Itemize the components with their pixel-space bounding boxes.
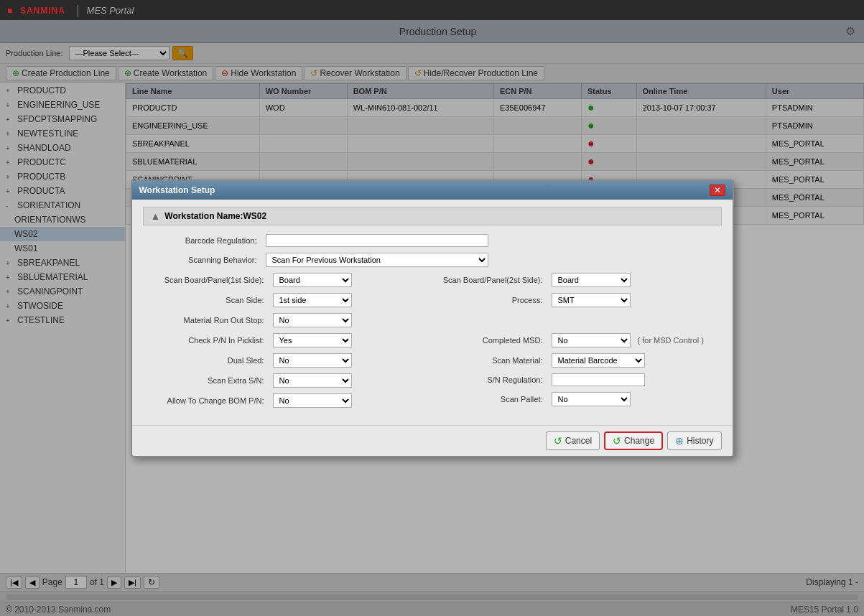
scan-pallet-row: Scan Pallet: No Yes [440,392,715,406]
sn-regulation-row: S/N Regulation: [440,373,715,386]
scan-side-select[interactable]: 1st side 2nd side [273,293,352,307]
scan-material-select[interactable]: Material Barcode Lot Number [552,353,645,368]
check-pn-select[interactable]: Yes No [273,333,352,347]
cancel-icon: ↺ [554,435,562,447]
cancel-button[interactable]: ↺ Cancel [546,431,600,450]
scan-extra-sn-row: Scan Extra S/N: No Yes [150,373,425,388]
check-pn-row: Check P/N In Picklist: Yes No [150,333,425,347]
modal-overlay: Workstation Setup ✕ ▲ Workstation Name:W… [0,20,864,616]
scan-extra-sn-label: Scan Extra S/N: [150,376,269,385]
form-grid: Scan Board/Panel(1st Side): Board Panel … [143,273,722,414]
msd-note: ( for MSD Control ) [638,336,704,345]
process-select[interactable]: SMT THT [552,293,631,307]
scan-board-2nd-label: Scan Board/Panel(2st Side): [440,276,547,284]
ws-icon: ▲ [151,210,161,222]
scan-board-1st-row: Scan Board/Panel(1st Side): Board Panel [150,273,425,287]
history-icon: ⊕ [675,435,684,447]
header: ■ SANMINA | MES Portal [0,0,864,20]
modal-footer: ↺ Cancel ↺ Change ⊕ History [132,425,733,456]
brand-icon: ■ [7,6,13,16]
barcode-regulation-row: Barcode Regulation: [143,234,722,247]
scan-board-2nd-select[interactable]: Board Panel [552,273,631,287]
scan-board-1st-select[interactable]: Board Panel [273,273,352,287]
completed-msd-label: Completed MSD: [440,336,547,345]
header-divider: | [76,3,80,18]
scan-pallet-label: Scan Pallet: [440,395,547,403]
scan-side-label: Scan Side: [150,296,269,304]
material-runout-row: Material Run Out Stop: No Yes [150,313,425,327]
scan-material-label: Scan Material: [440,356,547,365]
dual-sled-select[interactable]: No Yes [273,353,352,368]
completed-msd-select[interactable]: No Yes [552,333,631,347]
material-runout-label: Material Run Out Stop: [150,316,269,325]
scan-extra-sn-select[interactable]: No Yes [273,373,352,388]
scanning-behavior-row: Scanning Behavior: Scan For Previous Wor… [143,253,722,267]
left-form-col: Scan Board/Panel(1st Side): Board Panel … [143,273,432,414]
process-label: Process: [440,296,547,304]
scanning-behavior-select[interactable]: Scan For Previous Workstation Normal Sca… [266,253,488,267]
scan-board-2nd-row: Scan Board/Panel(2st Side): Board Panel [440,273,715,287]
modal-close-button[interactable]: ✕ [710,185,725,196]
scan-material-row: Scan Material: Material Barcode Lot Numb… [440,353,715,368]
barcode-regulation-label: Barcode Regulation: [143,236,261,245]
modal-body: ▲ Workstation Name:WS02 Barcode Regulati… [132,200,733,421]
barcode-regulation-input[interactable] [266,234,488,247]
modal-title: Workstation Setup [139,185,215,195]
ws-name-label: Workstation Name:WS02 [164,211,266,221]
dual-sled-label: Dual Sled: [150,356,269,365]
modal-title-bar: Workstation Setup ✕ [132,181,733,200]
allow-change-bom-label: Allow To Change BOM P/N: [150,396,269,405]
material-runout-select[interactable]: No Yes [273,313,352,327]
sn-regulation-label: S/N Regulation: [440,375,547,384]
change-icon: ↺ [613,435,621,447]
sn-regulation-input[interactable] [552,373,645,386]
allow-change-bom-select[interactable]: No Yes [273,393,352,408]
modal-dialog: Workstation Setup ✕ ▲ Workstation Name:W… [131,179,734,457]
check-pn-label: Check P/N In Picklist: [150,336,269,345]
scan-board-1st-label: Scan Board/Panel(1st Side): [150,276,269,284]
change-button[interactable]: ↺ Change [604,431,663,450]
completed-msd-row: Completed MSD: No Yes ( for MSD Control … [440,333,715,347]
ws-name-bar: ▲ Workstation Name:WS02 [143,207,722,225]
dual-sled-row: Dual Sled: No Yes [150,353,425,368]
scan-side-row: Scan Side: 1st side 2nd side [150,293,425,307]
scan-pallet-select[interactable]: No Yes [552,392,631,406]
right-form-col: Scan Board/Panel(2st Side): Board Panel … [432,273,722,414]
scanning-behavior-label: Scanning Behavior: [143,256,261,264]
portal-title: MES Portal [87,5,134,16]
allow-change-bom-row: Allow To Change BOM P/N: No Yes [150,393,425,408]
history-button[interactable]: ⊕ History [667,431,721,450]
process-row: Process: SMT THT [440,293,715,307]
brand-logo: ■ SANMINA [7,5,69,16]
